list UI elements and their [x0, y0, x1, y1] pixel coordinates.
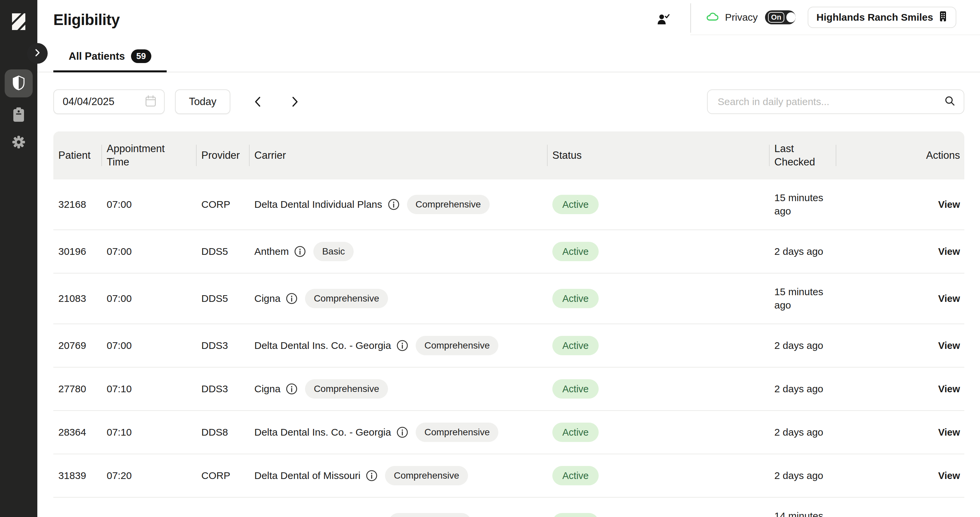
table-row: 32168 07:00 CORP Delta Dental Individual… — [53, 179, 964, 230]
provider-cell: DDS8 — [196, 411, 249, 454]
appointment-time-cell: 07:50 — [101, 498, 196, 517]
view-link[interactable]: View — [938, 339, 960, 352]
info-icon[interactable] — [286, 383, 298, 395]
tab-all-patients[interactable]: All Patients 59 — [53, 49, 167, 72]
plan-type-badge: Comprehensive — [416, 423, 498, 442]
provider-cell: DDS5 — [196, 498, 249, 517]
column-header-last-checked: Last Checked — [769, 131, 836, 179]
carrier-cell: Delta Dental Ins. Co. - Georgia Comprehe… — [249, 324, 547, 367]
tab-label: All Patients — [68, 50, 125, 62]
search-icon[interactable] — [944, 96, 956, 108]
status-badge: Active — [552, 336, 599, 355]
plan-type-badge: Comprehensive — [407, 195, 490, 214]
patient-id-cell: 32280 — [53, 498, 101, 517]
view-link[interactable]: View — [938, 292, 960, 305]
sidebar-item-settings[interactable] — [5, 133, 33, 152]
actions-cell: View — [836, 367, 964, 410]
sidebar-item-eligibility[interactable] — [5, 69, 33, 97]
view-link[interactable]: View — [938, 198, 960, 211]
column-header-appointment-time: Appointment Time — [101, 131, 196, 179]
info-icon[interactable] — [366, 470, 378, 482]
view-link[interactable]: View — [938, 382, 960, 396]
appointment-time-cell: 07:00 — [101, 273, 196, 324]
patient-id-cell: 21083 — [53, 273, 101, 324]
info-icon[interactable] — [396, 426, 408, 438]
patient-id-cell: 27780 — [53, 367, 101, 410]
appointment-time-cell: 07:10 — [101, 367, 196, 410]
actions-cell: View — [836, 411, 964, 454]
last-checked-cell: 15 minutes ago — [769, 273, 836, 324]
status-badge: Active — [552, 242, 599, 261]
appointment-time-cell: 07:00 — [101, 179, 196, 230]
shield-icon — [12, 75, 25, 92]
search-input[interactable] — [717, 96, 944, 108]
info-icon[interactable] — [388, 198, 400, 211]
table-row: 20769 07:00 DDS3 Delta Dental Ins. Co. -… — [53, 324, 964, 367]
provider-cell: CORP — [196, 454, 249, 497]
calendar-icon — [145, 95, 157, 109]
view-link[interactable]: View — [938, 426, 960, 439]
info-icon[interactable] — [294, 246, 306, 257]
table-row: 21083 07:00 DDS5 Cigna — [53, 273, 964, 324]
carrier-cell: Delta Dental Ins. Co. - Georgia Comprehe… — [249, 411, 547, 454]
provider-cell: DDS3 — [196, 324, 249, 367]
last-checked-cell: 2 days ago — [769, 230, 836, 273]
carrier-name: Cigna — [255, 382, 280, 396]
status-cell: Active — [547, 454, 769, 497]
privacy-toggle[interactable]: On — [765, 10, 795, 24]
sidebar-item-worklist[interactable] — [5, 106, 33, 125]
actions-cell: View — [836, 230, 964, 273]
carrier-name: Delta Dental Ins. Co. - Georgia — [255, 339, 391, 352]
table-body: 32168 07:00 CORP Delta Dental Individual… — [53, 179, 964, 517]
previous-day-button[interactable] — [248, 92, 268, 112]
gear-icon — [12, 135, 25, 150]
table-row: 30196 07:00 DDS5 Anthem — [53, 230, 964, 273]
last-checked-cell: 15 minutes ago — [769, 179, 836, 230]
date-value: 04/04/2025 — [63, 96, 115, 108]
sidebar-nav — [5, 69, 33, 152]
column-header-provider: Provider — [196, 131, 249, 179]
plan-type-badge: Basic — [313, 242, 353, 261]
date-picker[interactable]: 04/04/2025 — [53, 89, 165, 114]
carrier-name: Delta Dental of Missouri — [255, 469, 360, 482]
status-badge: Active — [552, 195, 599, 214]
table-row: 27780 07:10 DDS3 Cigna — [53, 367, 964, 411]
carrier-cell: Anthem Basic — [249, 230, 547, 273]
status-cell: Active — [547, 324, 769, 367]
actions-cell: View — [836, 324, 964, 367]
toolbar: 04/04/2025 Today — [53, 89, 964, 114]
user-check-icon[interactable] — [657, 13, 670, 26]
plan-type-badge: Comprehensive — [389, 513, 471, 517]
appointment-time-cell: 07:00 — [101, 324, 196, 367]
view-link[interactable]: View — [938, 469, 960, 482]
carrier-name: Delta Dental Ins. Co. - Georgia — [255, 426, 391, 439]
status-cell: Active — [547, 367, 769, 410]
status-badge: Active — [552, 466, 599, 485]
sidebar-expand-button[interactable] — [27, 43, 48, 64]
status-cell: Active — [547, 179, 769, 230]
carrier-cell: Delta Dental of Missouri Comprehensive — [249, 454, 547, 497]
toggle-knob — [786, 12, 795, 22]
today-button[interactable]: Today — [175, 89, 230, 114]
status-cell: Active — [547, 498, 769, 517]
clipboard-icon — [12, 107, 25, 124]
patient-id-cell: 20769 — [53, 324, 101, 367]
info-icon[interactable] — [286, 292, 298, 305]
carrier-cell: Cigna Comprehensive — [249, 273, 547, 324]
table-row: 31839 07:20 CORP Delta Dental of Missour… — [53, 454, 964, 498]
carrier-cell: Delta Dental Individual Plans Comprehens… — [249, 179, 547, 230]
last-checked-cell: 2 days ago — [769, 454, 836, 497]
next-day-button[interactable] — [285, 92, 305, 112]
provider-cell: DDS5 — [196, 273, 249, 324]
search-box — [707, 89, 964, 114]
carrier-name: Anthem — [255, 245, 289, 258]
patient-id-cell: 28364 — [53, 411, 101, 454]
chevron-right-icon — [33, 48, 41, 58]
view-link[interactable]: View — [938, 245, 960, 258]
info-icon[interactable] — [396, 340, 408, 351]
practice-selector-button[interactable]: Highlands Ranch Smiles — [808, 7, 956, 28]
actions-cell: View — [836, 273, 964, 324]
plan-type-badge: Comprehensive — [416, 336, 498, 355]
status-badge: Active — [552, 423, 599, 442]
page-header: Eligibility Privacy On — [37, 0, 980, 72]
